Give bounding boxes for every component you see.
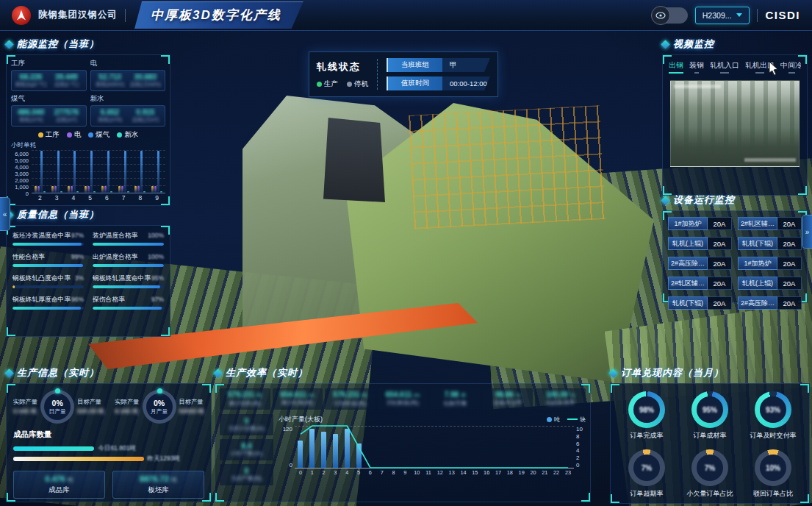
panel-line-status: 轧线状态 生产停机 当班班组甲值班时间00:00-12:00	[309, 51, 498, 97]
gauge-name: 月产量	[151, 407, 168, 416]
heat-number-dropdown[interactable]: H2309...	[695, 7, 750, 24]
panel-title: 生产效率（实时）	[226, 366, 308, 380]
energy-group-box: 52.713单耗(kWh/t)30.683总耗(万kWh)	[90, 70, 166, 91]
status-left: 轧线状态 生产停机	[317, 60, 368, 89]
bar	[43, 191, 46, 193]
inventory-box-label: 板坯库	[148, 485, 169, 495]
quality-item: 板坯冷装温度命中率97%	[12, 232, 84, 246]
panel-order-fulfillment: 订单兑现内容（当月） 98%订单完成率95%订单成材率93%订单及时交付率7%订…	[610, 366, 810, 504]
panel-equipment-monitor: 设备运行监控 1#加热炉20A2#轧区辅…20A轧机(上辊)20A轧机(下辊)2…	[662, 193, 808, 303]
efficiency-stat-card: 654.611 t/h累计轧制(吨)	[273, 388, 323, 410]
production-gauges: 实际产量0.045 吨0%日产量目标产量500.00 吨实际产量8.045 吨0…	[13, 390, 204, 424]
efficiency-side-stats: 0当班计划量(块)8.4小时产量(t/h)0当班产量(吨)	[220, 414, 273, 485]
energy-legend: 工序电煤气新水	[11, 130, 165, 140]
donut-label: 订单及时交付率	[750, 431, 797, 441]
side-stat-label: 当班计划量(块)	[221, 425, 272, 432]
efficiency-side-stat: 0当班计划量(块)	[220, 414, 273, 435]
gridline	[32, 157, 165, 158]
inventory-box-unit: 吨	[171, 477, 177, 483]
quality-item: 性能合格率99%	[12, 253, 84, 267]
energy-group-name: 工序	[11, 59, 87, 68]
gauge-percent: 0%	[154, 399, 165, 407]
video-feed[interactable]	[670, 80, 800, 167]
equipment-label: 轧机(下辊)	[738, 237, 777, 250]
side-stat-value: 8.4	[221, 442, 272, 450]
y-axis-labels: 6,0005,0004,0003,0002,0001,0000	[11, 151, 32, 193]
equipment-chip: 1#加热炉20A	[668, 217, 732, 230]
gauge-center: 0%日产量	[44, 393, 71, 420]
y-tick: 4,000	[11, 164, 29, 171]
x-tick: 7	[115, 194, 132, 202]
quality-percent: 99%	[71, 253, 84, 260]
energy-group: 新水6.652单耗(m³/t)0.915总耗(万m³)	[90, 94, 166, 126]
quality-label-row: 板坯冷装温度命中率97%	[12, 232, 84, 240]
quality-label: 钢板终轧温度命中率	[93, 274, 151, 283]
eye-icon	[651, 6, 670, 25]
collapse-right-handle[interactable]: »	[802, 215, 812, 249]
quality-percent: 3%	[75, 274, 84, 282]
equipment-label: 2#高压除…	[668, 257, 708, 270]
progress-track	[12, 307, 84, 310]
energy-value: 30.683	[129, 73, 162, 81]
video-tab-4[interactable]: 中间冷	[780, 60, 801, 74]
quality-item: 钢板终轧厚度命中率96%	[12, 296, 84, 310]
x-tick: 20	[528, 469, 539, 476]
energy-unit: 总耗(万kWh)	[129, 81, 162, 88]
collapse-left-handle[interactable]: «	[0, 197, 10, 231]
energy-value: 68.226	[14, 73, 48, 81]
energy-chart: 6,0005,0004,0003,0002,0001,0000	[11, 151, 165, 193]
order-donut: 7%小欠量订单占比	[687, 449, 733, 499]
donut-label: 订单成材率	[694, 431, 727, 441]
x-tick: 5	[353, 469, 364, 476]
diamond-icon	[4, 40, 14, 49]
company-logo-icon	[12, 6, 31, 25]
hourly-plot-area	[295, 426, 574, 468]
panel-title-row: 质量信息（当班）	[6, 207, 170, 222]
stat-label: 轧制节奏	[431, 399, 479, 407]
equipment-current-value: 20A	[708, 237, 732, 250]
bar	[118, 186, 121, 193]
video-tab-0[interactable]: 出钢	[669, 60, 683, 74]
energy-value: 0.915	[129, 108, 162, 116]
header-bar: 陕钢集团汉钢公司 中厚板3D数字化产线 H2309... CISDI	[0, 0, 812, 31]
gauge-dot-icon	[157, 388, 162, 393]
gauge-donut: 0%月产量	[143, 390, 176, 424]
panel-title: 生产信息（实时）	[17, 366, 99, 380]
efficiency-stat-card: 100.00 %轧机负荷率	[535, 388, 586, 410]
panel-title-row: 视频监控	[662, 37, 808, 51]
legend-label: 块	[580, 416, 586, 424]
gauge-side-value: 0.045 吨	[13, 407, 37, 416]
status-legend-label: 停机	[354, 79, 368, 89]
badge-label: 当班班组	[387, 58, 442, 72]
quality-percent: 96%	[71, 296, 84, 303]
panel-frame: 1#加热炉20A2#轧区辅…20A轧机(上辊)20A轧机(下辊)20A2#高压除…	[662, 210, 808, 303]
hourly-x-labels: 01234567891011121314151617181920212223	[295, 469, 574, 476]
panel-frame: 出钢装钢轧机入口轧机出口中间冷电动热锯	[662, 54, 808, 196]
status-divider	[377, 59, 378, 90]
quality-label-row: 装炉温度合格率100%	[93, 232, 164, 240]
stat-unit: t/h	[309, 392, 315, 399]
gauge-dot-icon	[55, 388, 60, 393]
quality-label-row: 钢板终轧凸度命中率3%	[12, 274, 84, 283]
stat-unit: t/h	[414, 392, 420, 399]
panel-frame: 工序68.226单耗(kg/t·℃)39.449总耗(t·℃)电52.713单耗…	[6, 54, 170, 206]
bar	[127, 191, 129, 193]
gauge-group: 实际产量8.045 吨0%月产量目标产量50000 吨	[115, 390, 204, 424]
gridline	[32, 164, 165, 165]
visibility-toggle[interactable]	[653, 7, 688, 24]
video-tab-1[interactable]: 装钢	[689, 60, 704, 74]
panel-title-row: 订单兑现内容（当月）	[610, 366, 810, 380]
equipment-current-value: 20A	[777, 217, 802, 230]
equipment-label: 2#高压除…	[738, 296, 777, 310]
energy-unit: 单耗(m³/t)	[14, 116, 48, 124]
quality-label: 钢板终轧凸度命中率	[12, 274, 71, 283]
bar	[143, 191, 145, 193]
legend-item: 新水	[117, 130, 138, 140]
bar	[134, 186, 137, 193]
panel-frame: 实际产量0.045 吨0%日产量目标产量500.00 吨实际产量8.045 吨0…	[6, 383, 212, 502]
quality-label: 性能合格率	[12, 253, 45, 262]
donut-ring: 95%	[691, 391, 728, 428]
video-tab-2[interactable]: 轧机入口	[710, 60, 739, 74]
equipment-chip: 2#轧区辅…20A	[738, 217, 802, 230]
gauge-side: 目标产量500.00 吨	[77, 398, 104, 416]
